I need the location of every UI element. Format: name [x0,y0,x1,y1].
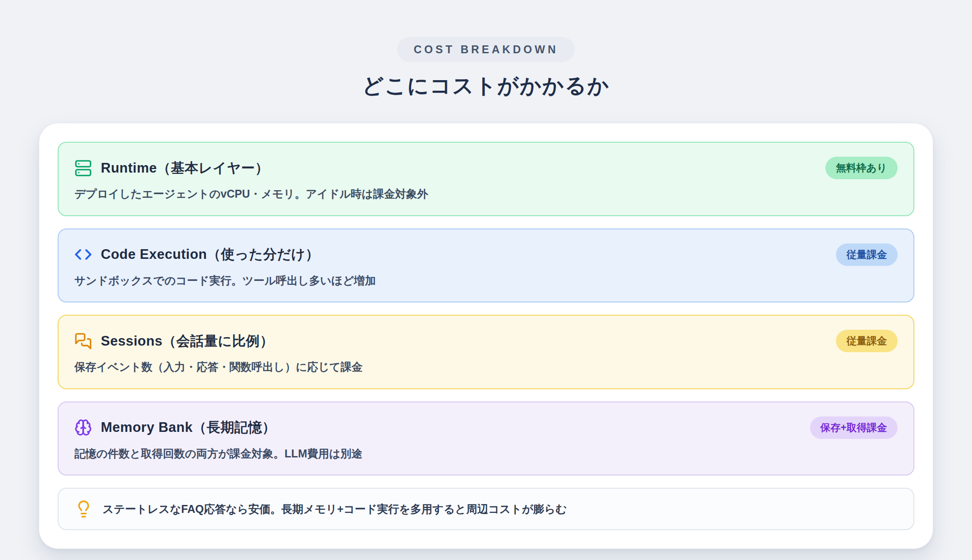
cost-item-header: Runtime（基本レイヤー） 無料枠あり [74,157,898,179]
summary-note: ステートレスなFAQ応答なら安価。長期メモリ+コード実行を多用すると周辺コストが… [58,488,914,530]
cost-item-description: サンドボックスでのコード実行。ツール呼出し多いほど増加 [74,273,898,288]
cost-item-description: デプロイしたエージェントのvCPU・メモリ。アイドル時は課金対象外 [74,187,898,201]
cost-item-header: Sessions（会話量に比例） 従量課金 [74,330,898,352]
cost-item-title: Code Execution（使った分だけ） [101,245,836,264]
cost-item-header: Memory Bank（長期記憶） 保存+取得課金 [74,416,898,439]
pricing-badge: 従量課金 [836,243,898,266]
section-header: COST BREAKDOWN どこにコストがかかるか [0,0,972,100]
cost-item-runtime: Runtime（基本レイヤー） 無料枠あり デプロイしたエージェントのvCPU・… [58,142,914,216]
cost-breakdown-card: Runtime（基本レイヤー） 無料枠あり デプロイしたエージェントのvCPU・… [39,123,933,549]
code-icon [74,246,92,263]
cost-item-memory-bank: Memory Bank（長期記憶） 保存+取得課金 記憶の件数と取得回数の両方が… [58,402,914,476]
cost-item-title: Sessions（会話量に比例） [101,332,836,350]
cost-item-title: Runtime（基本レイヤー） [101,159,825,177]
section-kicker-badge: COST BREAKDOWN [397,37,575,62]
summary-note-text: ステートレスなFAQ応答なら安価。長期メモリ+コード実行を多用すると周辺コストが… [103,502,567,516]
cost-item-title: Memory Bank（長期記憶） [101,418,810,437]
brain-icon [74,419,92,436]
cost-item-sessions: Sessions（会話量に比例） 従量課金 保存イベント数（入力・応答・関数呼出… [58,315,914,389]
lightbulb-icon [74,500,93,518]
cost-item-description: 記憶の件数と取得回数の両方が課金対象。LLM費用は別途 [74,446,898,461]
page: COST BREAKDOWN どこにコストがかかるか Runtime（基本レイヤ… [0,0,972,549]
cost-item-header: Code Execution（使った分だけ） 従量課金 [74,243,898,266]
pricing-badge: 従量課金 [836,330,898,352]
messages-square-icon [74,332,92,350]
cost-item-description: 保存イベント数（入力・応答・関数呼出し）に応じて課金 [74,360,898,374]
pricing-badge: 保存+取得課金 [810,416,898,439]
cost-item-code-execution: Code Execution（使った分だけ） 従量課金 サンドボックスでのコード… [58,228,914,303]
pricing-badge: 無料枠あり [825,157,898,179]
page-title: どこにコストがかかるか [0,72,972,100]
server-icon [74,159,92,177]
